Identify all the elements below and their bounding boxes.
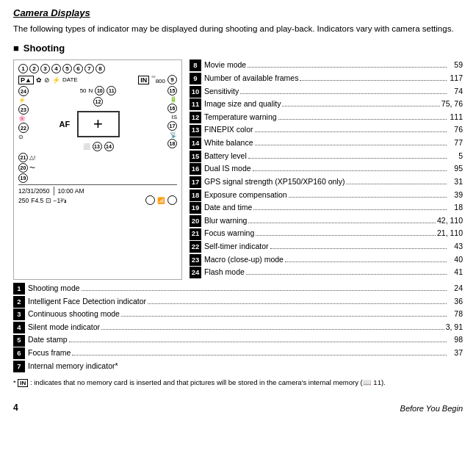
circle-3: 3: [40, 64, 50, 73]
icon-focus-warn: △!: [29, 154, 35, 161]
item-page: 31: [448, 176, 463, 188]
item-text: FINEPIX color: [204, 124, 253, 136]
item-number: 5: [13, 335, 25, 347]
circle-2: 2: [29, 64, 39, 73]
list-item: 12Temperature warning111: [190, 112, 463, 123]
item-page: 78: [448, 308, 463, 320]
circle-1: 1: [18, 64, 28, 73]
icon-sensitivity: 50: [80, 87, 87, 94]
item-number: 11: [190, 98, 201, 110]
icon-signal: 📶: [157, 197, 165, 204]
item-page: 74: [448, 86, 463, 98]
item-number: 21: [190, 228, 201, 240]
item-number: 23: [190, 254, 201, 266]
item-text: Self-timer indicator: [204, 241, 269, 253]
icon-macro: 🌸: [18, 115, 26, 122]
item-number: 9: [190, 73, 201, 84]
list-item: 19Date and time18: [190, 202, 463, 214]
item-number: 18: [190, 190, 201, 201]
circle-20: 20: [18, 163, 28, 173]
list-item: 6Focus frame37: [13, 347, 463, 359]
item-number: 16: [190, 163, 201, 175]
list-item: 20Blur warning42, 110: [190, 215, 463, 227]
page-title: Camera Displays: [13, 7, 463, 18]
circle-11: 11: [107, 86, 116, 95]
item-page: 39: [448, 190, 463, 201]
circle-19: 19: [18, 173, 28, 183]
item-text: Silent mode indicator: [28, 322, 100, 333]
list-item: 4Silent mode indicator3, 91: [13, 322, 463, 333]
item-page: 41: [448, 267, 463, 278]
item-page: 43: [448, 241, 463, 253]
item-page: 42, 110: [437, 215, 463, 227]
item-text: Date and time: [204, 202, 252, 214]
list-item: 11Image size and quality75, 76: [190, 98, 463, 110]
item-text: Dual IS mode: [204, 163, 251, 175]
circle-17: 17: [167, 121, 177, 131]
circle-23: 23: [18, 104, 29, 115]
item-text: Internal memory indicator*: [28, 361, 118, 372]
status-date: 12/31/2050: [18, 187, 50, 195]
item-page: 117: [448, 73, 463, 84]
item-number: 14: [190, 137, 201, 149]
list-item: 7Internal memory indicator*: [13, 361, 463, 372]
items-right-col: 8Movie mode599Number of available frames…: [190, 59, 463, 280]
item-page: 98: [448, 334, 463, 346]
circle-24: 24: [18, 86, 29, 96]
icon-flash: ⚡: [52, 76, 60, 84]
af-label: AF: [60, 120, 71, 129]
shooting-header: Shooting: [13, 43, 463, 54]
circle-21: 21: [18, 153, 28, 162]
status-time: 10:00 AM: [58, 187, 84, 195]
list-item: 2Intelligent Face Detection indicator36: [13, 296, 463, 308]
item-text: Macro (close-up) mode: [204, 254, 284, 266]
camera-diagram: 1 2 3 4 5 6 7 8 P▲ ✿ ⊘ ⚡ DATE IN °°800 9: [13, 59, 182, 280]
icon-timer: ⊙: [18, 134, 24, 140]
status-sep1: [54, 187, 54, 195]
item-page: 76: [448, 124, 463, 136]
circle-16: 16: [167, 104, 177, 113]
footnote: * IN : indicates that no memory card is …: [13, 378, 463, 387]
item-text: White balance: [204, 137, 253, 149]
item-number: 12: [190, 112, 201, 123]
circle-14: 14: [104, 142, 114, 151]
crosshair-icon: +: [93, 115, 103, 134]
item-text: Movie mode: [204, 59, 246, 71]
item-number: 17: [190, 176, 201, 188]
item-page: 40: [448, 254, 463, 266]
list-item: 22Self-timer indicator43: [190, 241, 463, 253]
item-text: Blur warning: [204, 215, 247, 227]
item-page: 77: [448, 137, 463, 149]
item-number: 10: [190, 86, 201, 98]
list-item: 8Movie mode59: [190, 59, 463, 71]
list-item: 21Focus warning21, 110: [190, 228, 463, 239]
item-text: Continuous shooting mode: [28, 308, 120, 320]
item-page: 18: [448, 202, 463, 214]
icon-continuous: ⊘: [44, 76, 50, 84]
icon-blur-warn: 〜: [29, 164, 35, 172]
item-number: 3: [13, 308, 25, 320]
icon-in: IN: [138, 76, 149, 84]
item-page: 95: [448, 163, 463, 175]
list-item: 23Macro (close-up) mode40: [190, 254, 463, 266]
item-page: 3, 91: [446, 322, 463, 333]
list-item: 5Date stamp98: [13, 334, 463, 346]
list-item: 9Number of available frames117: [190, 73, 463, 84]
item-number: 6: [13, 347, 25, 359]
icon-frames: °°800: [151, 76, 165, 84]
item-text: Number of available frames: [204, 73, 298, 84]
page-footer: 4 Before You Begin: [13, 388, 463, 413]
item-text: Intelligent Face Detection indicator: [28, 296, 146, 308]
item-text: GPS signal strength (XP150/XP160 only): [204, 176, 345, 188]
status-shutter: 250: [18, 197, 29, 204]
item-number: 20: [190, 215, 201, 227]
status-ev: ⊡ −1²∕₃: [46, 197, 66, 204]
icon-battery: 🔋: [170, 96, 177, 103]
circle-12: 12: [93, 97, 103, 107]
circle-18b: [167, 195, 177, 205]
circle-10: 10: [95, 86, 104, 95]
list-item: 18Exposure compensation39: [190, 190, 463, 201]
item-number: 7: [13, 361, 25, 372]
footer-section: Before You Begin: [400, 404, 463, 413]
item-text: Battery level: [204, 151, 247, 162]
